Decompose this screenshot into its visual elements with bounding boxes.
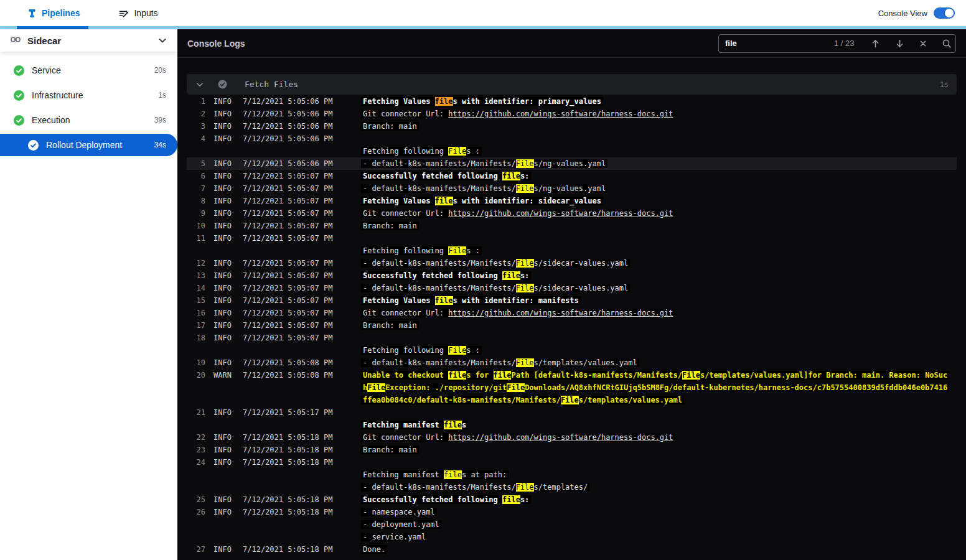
log-line[interactable]: 23INFO7/12/2021 5:05:18 PMBranch: main	[187, 444, 957, 456]
log-timestamp: 7/12/2021 5:05:08 PM	[243, 369, 363, 381]
log-line[interactable]: 14INFO7/12/2021 5:05:07 PM- default-k8s-…	[187, 282, 957, 294]
execution-sidebar: Sidecar Service20sInfrastructure1sExecut…	[0, 29, 177, 560]
log-link[interactable]: https://github.com/wings-software/harnes…	[448, 433, 673, 442]
console-view-label: Console View	[878, 9, 927, 18]
log-line[interactable]: 1INFO7/12/2021 5:05:06 PMFetching Values…	[187, 95, 957, 108]
console-title: Console Logs	[187, 39, 245, 49]
log-level: INFO	[213, 294, 238, 307]
next-match-button[interactable]	[888, 39, 912, 49]
log-line[interactable]: 22INFO7/12/2021 5:05:18 PMGit connector …	[187, 431, 957, 444]
log-line[interactable]: 21INFO7/12/2021 5:05:17 PMFetching manif…	[187, 406, 957, 431]
tab-pipelines-label: Pipelines	[42, 8, 80, 18]
log-line[interactable]: 17INFO7/12/2021 5:05:07 PMBranch: main	[187, 319, 957, 332]
log-timestamp: 7/12/2021 5:05:06 PM	[243, 133, 363, 145]
log-line[interactable]: 25INFO7/12/2021 5:05:18 PMSuccessfully f…	[187, 493, 957, 506]
line-number: 24	[187, 456, 205, 469]
sidebar-step-infrastructure[interactable]: Infrastructure1s	[0, 83, 177, 108]
log-message: Fetching Values files with identifier: s…	[363, 195, 957, 207]
log-message: Fetching following Files :	[363, 232, 957, 257]
search-match: File	[516, 358, 534, 367]
log-line[interactable]: 8INFO7/12/2021 5:05:07 PMFetching Values…	[187, 195, 957, 207]
log-line[interactable]: 20WARN7/12/2021 5:05:08 PMUnable to chec…	[187, 369, 957, 406]
log-link[interactable]: https://github.com/wings-software/harnes…	[448, 209, 673, 218]
log-message: Fetching following Files :	[363, 133, 957, 157]
log-line[interactable]: 10INFO7/12/2021 5:05:07 PMBranch: main	[187, 220, 957, 232]
log-level: INFO	[213, 357, 238, 369]
log-level: INFO	[213, 232, 238, 245]
log-line[interactable]: 27INFO7/12/2021 5:05:18 PMDone.	[187, 543, 957, 556]
log-timestamp: 7/12/2021 5:05:18 PM	[243, 444, 363, 456]
log-line[interactable]: 18INFO7/12/2021 5:05:07 PMFetching follo…	[187, 332, 957, 357]
close-icon[interactable]	[912, 40, 934, 47]
line-number: 17	[187, 319, 205, 332]
log-timestamp: 7/12/2021 5:05:17 PM	[243, 406, 363, 419]
log-line[interactable]: 9INFO7/12/2021 5:05:07 PMGit connector U…	[187, 207, 957, 220]
previous-match-button[interactable]	[863, 39, 888, 49]
log-line[interactable]: 6INFO7/12/2021 5:05:07 PMSuccessfully fe…	[187, 170, 957, 182]
console-view-toggle[interactable]	[934, 7, 955, 19]
log-link[interactable]: https://github.com/wings-software/harnes…	[448, 110, 673, 118]
log-level: INFO	[213, 257, 238, 269]
line-number: 27	[187, 543, 205, 556]
log-level: INFO	[213, 506, 238, 518]
log-message: Fetching manifest files at path:- defaul…	[363, 456, 957, 493]
log-section-header[interactable]: Fetch Files 1s	[187, 74, 957, 95]
tab-inputs[interactable]: Inputs	[118, 8, 157, 18]
log-line[interactable]: 16INFO7/12/2021 5:05:07 PMGit connector …	[187, 307, 957, 319]
log-line[interactable]: 3INFO7/12/2021 5:05:06 PMBranch: main	[187, 120, 957, 133]
search-match: File	[561, 396, 579, 404]
line-number: 26	[187, 506, 205, 518]
search-input[interactable]	[725, 39, 834, 48]
log-level: INFO	[213, 282, 238, 294]
line-number: 21	[187, 406, 205, 419]
log-level: INFO	[213, 456, 238, 469]
log-line[interactable]: 24INFO7/12/2021 5:05:18 PMFetching manif…	[187, 456, 957, 493]
tab-pipelines[interactable]: Pipelines	[27, 8, 80, 18]
log-timestamp: 7/12/2021 5:05:18 PM	[243, 506, 363, 518]
line-number: 23	[187, 444, 205, 456]
sidebar-step-execution[interactable]: Execution39s	[0, 108, 177, 133]
log-timestamp: 7/12/2021 5:05:07 PM	[243, 319, 363, 332]
line-number: 9	[187, 207, 205, 220]
log-line[interactable]: 2INFO7/12/2021 5:05:06 PMGit connector U…	[187, 108, 957, 120]
line-number: 3	[187, 120, 205, 133]
log-line[interactable]: 15INFO7/12/2021 5:05:07 PMFetching Value…	[187, 294, 957, 307]
log-line[interactable]: 13INFO7/12/2021 5:05:07 PMSuccessfully f…	[187, 269, 957, 282]
log-line[interactable]: 26INFO7/12/2021 5:05:18 PM- namespace.ya…	[187, 506, 957, 543]
step-label: Service	[32, 65, 61, 75]
log-section-title: Fetch Files	[245, 80, 298, 89]
log-line[interactable]: 19INFO7/12/2021 5:05:08 PM- default-k8s-…	[187, 357, 957, 369]
line-number: 25	[187, 493, 205, 506]
search-match-counter: 1 / 23	[834, 39, 855, 48]
log-message: Git connector Url: https://github.com/wi…	[363, 108, 957, 120]
step-duration: 20s	[154, 66, 166, 75]
log-line[interactable]: 12INFO7/12/2021 5:05:07 PM- default-k8s-…	[187, 257, 957, 269]
line-number: 22	[187, 431, 205, 444]
log-message: Fetching Values files with identifier: p…	[363, 95, 957, 108]
line-number: 16	[187, 307, 205, 319]
search-match: File	[448, 147, 466, 156]
log-line[interactable]: 11INFO7/12/2021 5:05:07 PMFetching follo…	[187, 232, 957, 257]
line-number: 6	[187, 170, 205, 182]
log-line[interactable]: 7INFO7/12/2021 5:05:07 PM- default-k8s-m…	[187, 182, 957, 195]
search-icon[interactable]	[934, 39, 952, 49]
log-lines: 1INFO7/12/2021 5:05:06 PMFetching Values…	[187, 95, 957, 556]
line-number: 14	[187, 282, 205, 294]
log-timestamp: 7/12/2021 5:05:07 PM	[243, 232, 363, 245]
log-line[interactable]: 5INFO7/12/2021 5:05:06 PM- default-k8s-m…	[187, 157, 957, 170]
log-timestamp: 7/12/2021 5:05:06 PM	[243, 108, 363, 120]
collapse-chevron-icon[interactable]	[195, 80, 204, 89]
log-timestamp: 7/12/2021 5:05:07 PM	[243, 282, 363, 294]
stage-header[interactable]: Sidecar	[0, 29, 177, 52]
step-label: Infrastructure	[32, 90, 83, 100]
line-number: 7	[187, 182, 205, 195]
chevron-down-icon[interactable]	[157, 35, 167, 45]
log-line[interactable]: 4INFO7/12/2021 5:05:06 PMFetching follow…	[187, 133, 957, 157]
search-match: file	[494, 371, 512, 380]
log-link[interactable]: https://github.com/wings-software/harnes…	[448, 309, 673, 317]
log-level: INFO	[213, 108, 238, 120]
log-message: - default-k8s-manifests/Manifests/Files/…	[363, 182, 957, 195]
search-match: File	[448, 346, 466, 355]
sidebar-step-service[interactable]: Service20s	[0, 58, 177, 83]
sidebar-step-rollout-deployment[interactable]: Rollout Deployment34s	[0, 134, 177, 156]
